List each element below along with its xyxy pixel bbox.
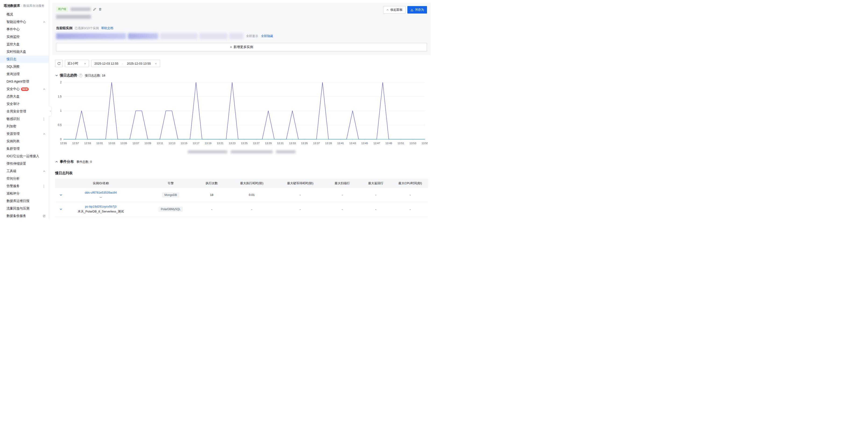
breadcrumb-root[interactable]: 瑶池数据库 <box>4 4 20 7</box>
sidebar-item[interactable]: 实例列表 <box>0 138 49 145</box>
group-name-row <box>56 15 427 20</box>
chevron-up-icon[interactable] <box>43 21 45 23</box>
sidebar-item[interactable]: 慢日志 <box>0 56 49 63</box>
sidebar-item[interactable]: IDC/它云统一运维接入 <box>0 153 49 160</box>
hide-all-link[interactable]: 全部隐藏 <box>261 34 273 38</box>
collapse-panel-button[interactable]: 收起面板 <box>383 6 405 13</box>
instance-id-link[interactable]: pc-bp19d291oycv5b7j3 <box>85 205 116 208</box>
chevron-up-icon[interactable] <box>43 170 45 173</box>
svg-text:13:27: 13:27 <box>253 142 259 145</box>
sidebar-item[interactable]: 查询治理 <box>0 70 49 78</box>
expand-row-icon[interactable] <box>59 208 63 211</box>
sidebar-group-header[interactable]: 资源管理 <box>0 130 49 138</box>
table-row: dds-uf6781e53539ac84--MongoDB180.01---- <box>55 188 428 202</box>
sidebar-item[interactable]: DAS Agent管理 <box>0 78 49 86</box>
refresh-icon <box>57 62 61 65</box>
kebab-menu-icon[interactable]: ⋮ <box>42 184 45 188</box>
chevron-up-icon[interactable] <box>43 88 45 91</box>
sidebar-item-label: 实例监控 <box>6 35 20 39</box>
sidebar-item[interactable]: 数据备份服务 <box>0 212 49 219</box>
redacted-chart-legend <box>55 150 428 154</box>
events-total-count: 事件总数: 0 <box>76 160 92 164</box>
svg-text:13:37: 13:37 <box>313 142 320 145</box>
sidebar-item[interactable]: 空间分析 <box>0 175 49 182</box>
save-as-button[interactable]: 另存为 <box>407 6 427 13</box>
help-doc-link[interactable]: 帮助文档 <box>101 26 113 30</box>
sidebar: 瑶池数据库/数据库自治服务 概况智能运维中心事件中心实例监控监控大盘实时性能大盘… <box>0 0 49 219</box>
sidebar-item[interactable]: SQL洞察 <box>0 63 49 70</box>
current-instances-label: 当前组实例 <box>56 26 72 30</box>
sidebar-item[interactable]: 巡检评分 <box>0 190 49 197</box>
sidebar-item[interactable]: 流量回放与压测 <box>0 205 49 212</box>
svg-text:13:01: 13:01 <box>96 142 103 145</box>
svg-text:12:57: 12:57 <box>72 142 79 145</box>
sidebar-item[interactable]: 态势大盘 <box>0 93 49 100</box>
trend-section-title: 慢日志趋势 <box>60 73 77 78</box>
time-range-select[interactable]: 近1小时 <box>65 60 89 67</box>
sidebar-item[interactable]: 全局安全管理 <box>0 108 49 115</box>
svg-text:13:17: 13:17 <box>193 142 199 145</box>
sidebar-item[interactable]: 实例监控 <box>0 33 49 41</box>
redacted-instance-tags <box>56 33 243 39</box>
svg-text:13:43: 13:43 <box>349 142 356 145</box>
redacted-legend-item <box>276 150 296 154</box>
redacted-legend-item <box>188 150 227 154</box>
selected-count-hint: 已选择3/10个实例 <box>75 26 99 30</box>
chevron-up-icon[interactable] <box>43 133 45 135</box>
svg-text:13:39: 13:39 <box>325 142 332 145</box>
chevron-up-icon <box>386 8 389 11</box>
svg-text:13:47: 13:47 <box>373 142 380 145</box>
metric-cell: - <box>393 188 428 202</box>
sidebar-collapse-handle[interactable] <box>49 106 52 116</box>
sidebar-item[interactable]: 监控大盘 <box>0 41 49 48</box>
sidebar-item-label: 弹性伸缩设置 <box>6 162 26 166</box>
sidebar-item[interactable]: 列加密 <box>0 123 49 130</box>
range-separator: - <box>122 62 123 65</box>
sidebar-item-label: 慢日志 <box>6 57 16 61</box>
sidebar-group-header[interactable]: 工具箱 <box>0 167 49 175</box>
end-time-value: 2025-12-03 13:55 <box>127 62 151 65</box>
redacted-instance-tag <box>56 33 126 39</box>
metric-cell: 18 <box>195 188 228 202</box>
sidebar-item[interactable]: 告警服务⋮ <box>0 182 49 190</box>
svg-text:12:55: 12:55 <box>60 142 67 145</box>
events-section-header[interactable]: 事件分布 事件总数: 0 <box>55 160 428 164</box>
add-more-instances-button[interactable]: + 新增更多实例 <box>56 43 427 51</box>
metric-cell: - <box>275 202 326 217</box>
sidebar-group-header[interactable]: 安全中心NEW <box>0 86 49 93</box>
sidebar-item[interactable]: 敏感识别⋮ <box>0 115 49 123</box>
refresh-button[interactable] <box>55 60 63 67</box>
sidebar-item[interactable]: 集群管理 <box>0 145 49 153</box>
svg-text:13:41: 13:41 <box>337 142 344 145</box>
kebab-menu-icon[interactable]: ⋮ <box>42 117 45 121</box>
trend-section-header[interactable]: 慢日志趋势 ? 慢日志总数: 18 <box>55 73 428 78</box>
save-icon <box>410 8 413 11</box>
column-header: 最大执行耗时(秒) <box>228 179 275 188</box>
panel-actions: 收起面板 另存为 <box>383 6 427 13</box>
sidebar-item[interactable]: 事件中心 <box>0 26 49 33</box>
sidebar-item[interactable]: 概况 <box>0 11 49 18</box>
show-all-link[interactable]: 全部显示 <box>246 34 258 38</box>
metric-cell: 0.01 <box>228 188 275 202</box>
sidebar-item-label: 事件中心 <box>6 27 20 32</box>
sidebar-item-label: 流量回放与压测 <box>6 206 29 211</box>
svg-text:13:19: 13:19 <box>205 142 212 145</box>
metric-cell: 0 <box>195 217 228 219</box>
chevron-down-icon[interactable] <box>55 74 58 77</box>
sidebar-group-header[interactable]: 智能运维中心 <box>0 18 49 26</box>
sidebar-item-label: 数据备份服务 <box>6 214 26 218</box>
expand-row-icon[interactable] <box>59 193 63 197</box>
sidebar-item[interactable]: 数据库运维日报 <box>0 197 49 205</box>
sidebar-item[interactable]: 安全审计 <box>0 100 49 108</box>
delete-icon[interactable] <box>98 8 102 11</box>
sidebar-item[interactable]: 实时性能大盘 <box>0 48 49 56</box>
start-time-value: 2025-12-03 12:55 <box>94 62 118 65</box>
external-link-icon <box>43 214 45 217</box>
sidebar-item-label: 工具箱 <box>6 169 16 173</box>
sidebar-item[interactable]: 弹性伸缩设置 <box>0 160 49 167</box>
instance-id-link[interactable]: dds-uf6781e53539ac84 <box>85 191 117 194</box>
sidebar-item-label: 安全中心 <box>6 87 20 91</box>
chevron-up-icon[interactable] <box>55 160 58 163</box>
date-range-picker[interactable]: 2025-12-03 12:55 - 2025-12-03 13:55 <box>91 60 160 67</box>
edit-icon[interactable] <box>93 8 96 11</box>
